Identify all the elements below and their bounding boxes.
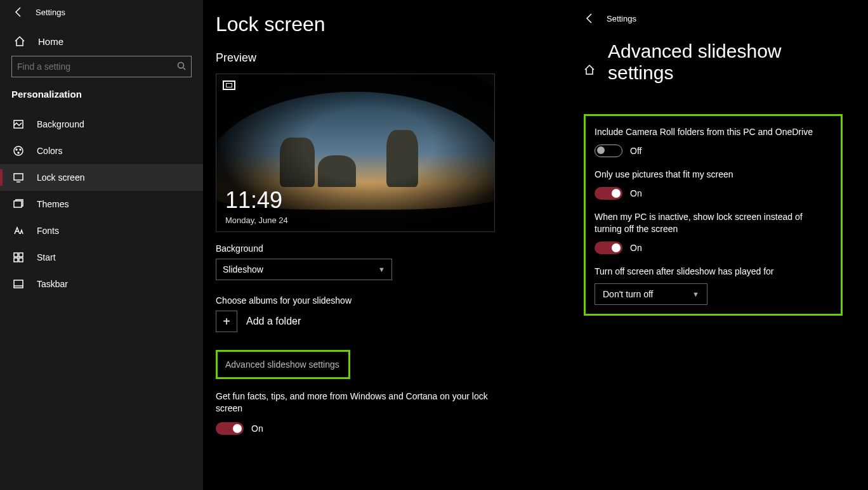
colors-icon	[13, 145, 24, 157]
right-topbar: Settings	[584, 13, 843, 41]
chevron-down-icon: ▼	[692, 290, 699, 298]
home-icon	[14, 35, 25, 47]
search-box[interactable]	[11, 56, 192, 77]
nav-label: Fonts	[37, 226, 59, 236]
svg-point-5	[18, 152, 19, 153]
sidebar-item-start[interactable]: Start	[0, 244, 203, 271]
lock-screen-pane: Lock screen Preview 11:49 Monday, June 2…	[216, 13, 571, 490]
camera-roll-label: Include Camera Roll folders from this PC…	[595, 126, 832, 138]
plus-icon: +	[216, 311, 237, 332]
tips-toggle[interactable]	[216, 422, 244, 435]
svg-rect-10	[14, 258, 18, 262]
sidebar-item-taskbar[interactable]: Taskbar	[0, 271, 203, 297]
page-title: Advanced slideshow settings	[608, 41, 843, 84]
tips-state: On	[251, 423, 263, 434]
nav-label: Themes	[37, 199, 69, 209]
add-folder-label: Add a folder	[246, 316, 301, 327]
inactive-toggle[interactable]	[595, 242, 622, 254]
app-title: Settings	[607, 14, 636, 23]
gallery-icon	[223, 81, 235, 90]
dropdown-value: Don't turn off	[603, 289, 653, 299]
svg-point-2	[14, 146, 23, 155]
svg-rect-6	[14, 174, 23, 180]
back-icon[interactable]	[584, 13, 595, 24]
fit-screen-toggle[interactable]	[595, 187, 622, 200]
svg-rect-8	[14, 253, 18, 257]
svg-point-0	[178, 62, 184, 68]
svg-rect-11	[19, 258, 23, 262]
preview-image: 11:49 Monday, June 24	[216, 74, 495, 232]
nav-label: Start	[37, 252, 56, 262]
home-icon[interactable]	[584, 64, 595, 75]
tips-label: Get fun facts, tips, and more from Windo…	[216, 390, 489, 415]
inactive-label: When my PC is inactive, show lock screen…	[595, 211, 832, 235]
preview-date: Monday, June 24	[225, 216, 288, 225]
svg-point-3	[16, 149, 17, 150]
turn-off-label: Turn off screen after slideshow has play…	[595, 266, 832, 278]
section-label: Personalization	[0, 89, 203, 111]
svg-rect-7	[14, 201, 22, 207]
fonts-icon	[13, 225, 24, 236]
start-icon	[13, 252, 24, 263]
inactive-state: On	[630, 243, 642, 253]
search-input[interactable]	[17, 61, 177, 72]
add-folder-button[interactable]: + Add a folder	[216, 311, 571, 332]
home-button[interactable]: Home	[0, 24, 203, 56]
sidebar-item-colors[interactable]: Colors	[0, 138, 203, 164]
background-dropdown[interactable]: Slideshow ▼	[216, 259, 392, 280]
nav-label: Colors	[37, 146, 62, 156]
albums-label: Choose albums for your slideshow	[216, 295, 571, 306]
nav-label: Lock screen	[37, 172, 84, 183]
svg-rect-12	[14, 280, 23, 288]
chevron-down-icon: ▼	[378, 266, 385, 273]
sidebar-item-fonts[interactable]: Fonts	[0, 217, 203, 244]
page-title: Lock screen	[216, 13, 571, 36]
main: Lock screen Preview 11:49 Monday, June 2…	[203, 0, 868, 490]
svg-rect-9	[19, 253, 23, 257]
nav-label: Background	[37, 119, 84, 129]
preview-label: Preview	[216, 51, 571, 65]
turn-off-dropdown[interactable]: Don't turn off ▼	[595, 283, 707, 305]
sidebar-item-background[interactable]: Background	[0, 111, 203, 138]
back-icon[interactable]	[13, 6, 24, 18]
sidebar-item-lock-screen[interactable]: Lock screen	[0, 164, 203, 191]
dropdown-value: Slideshow	[223, 264, 263, 274]
nav-label: Taskbar	[37, 279, 68, 289]
sidebar: Settings Home Personalization Background…	[0, 0, 203, 490]
search-icon[interactable]	[177, 61, 186, 72]
sidebar-item-themes[interactable]: Themes	[0, 191, 203, 217]
advanced-settings-box: Include Camera Roll folders from this PC…	[584, 114, 843, 316]
background-label: Background	[216, 243, 571, 254]
fit-screen-state: On	[630, 188, 642, 198]
background-icon	[13, 119, 24, 130]
app-title: Settings	[36, 8, 65, 17]
camera-roll-state: Off	[630, 146, 641, 156]
taskbar-icon	[13, 278, 24, 290]
themes-icon	[13, 198, 24, 210]
advanced-pane: Settings Advanced slideshow settings Inc…	[584, 13, 843, 490]
lock-screen-icon	[13, 172, 24, 183]
topbar: Settings	[0, 0, 203, 24]
svg-point-4	[20, 149, 21, 150]
home-label: Home	[38, 36, 63, 47]
preview-clock: 11:49	[225, 187, 282, 214]
camera-roll-toggle[interactable]	[595, 145, 622, 157]
advanced-slideshow-link[interactable]: Advanced slideshow settings	[216, 350, 350, 379]
fit-screen-label: Only use pictures that fit my screen	[595, 169, 832, 181]
